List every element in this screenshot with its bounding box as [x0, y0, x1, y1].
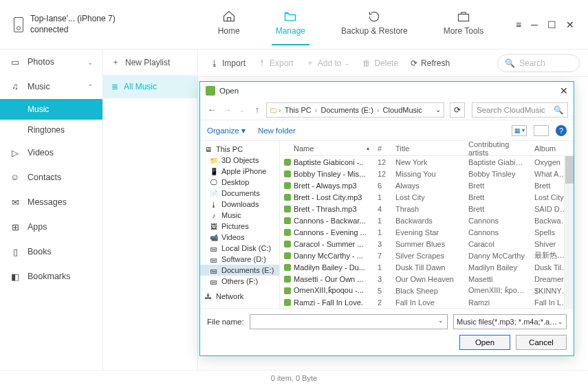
- nav-history-icon[interactable]: ⌄: [236, 107, 248, 113]
- backup-icon: [366, 10, 382, 23]
- tree-item[interactable]: 📁3D Objects: [200, 155, 279, 166]
- tree-item[interactable]: 🖵Desktop: [200, 177, 279, 188]
- music-file-icon: [284, 170, 291, 177]
- photo-icon: ▭: [10, 56, 21, 67]
- col-album[interactable]: Album: [530, 144, 574, 153]
- file-row[interactable]: Brett - Thrash.mp34ThrashBrettSAID DEEP …: [280, 203, 574, 214]
- tree-item[interactable]: 🖴Documents (E:): [200, 265, 279, 276]
- refresh-icon: ⟳: [411, 58, 417, 68]
- sidebar-sub-music[interactable]: Music: [0, 99, 102, 120]
- new-folder-button[interactable]: New folder: [258, 126, 296, 135]
- file-row[interactable]: Brett - Lost City.mp31Lost CityBrettLost…: [280, 191, 574, 203]
- scrollbar-thumb[interactable]: [565, 156, 574, 184]
- maximize-icon[interactable]: ☐: [547, 19, 556, 30]
- dialog-search-input[interactable]: Search CloudMusic 🔍: [472, 102, 568, 118]
- music-file-icon: [284, 159, 291, 166]
- refresh-button[interactable]: ⟳Refresh: [406, 56, 454, 71]
- sidebar-item-music[interactable]: ♫Music⌃: [0, 74, 102, 99]
- new-playlist-button[interactable]: ＋New Playlist: [103, 50, 197, 75]
- file-row[interactable]: Brett - Always.mp36AlwaysBrettBrett: [280, 179, 574, 191]
- cancel-button[interactable]: Cancel: [516, 335, 567, 350]
- music-file-icon: [284, 276, 291, 283]
- net-icon: 🖧: [204, 292, 213, 300]
- chevron-down-icon: ⌄: [87, 58, 93, 66]
- addto-button[interactable]: ＋Add to⌄: [302, 54, 355, 72]
- import-icon: ⭳: [210, 58, 219, 68]
- tree-item[interactable]: 🖴Others (F:): [200, 276, 279, 287]
- tab-backup[interactable]: Backup & Restore: [337, 4, 412, 45]
- delete-button[interactable]: 🗑Delete: [358, 56, 402, 71]
- file-row[interactable]: Baptiste Giabiconi -..12New YorkBaptiste…: [280, 156, 574, 168]
- file-row[interactable]: Masetti - Our Own ...3Our Own HeavenMase…: [280, 273, 574, 285]
- search-input[interactable]: 🔍Search: [497, 54, 580, 72]
- folder-tree: 🖥This PC📁3D Objects📱Apple iPhone🖵Desktop…: [200, 141, 280, 308]
- tree-item[interactable]: ♪Music: [200, 210, 279, 221]
- sidebar-item-messages[interactable]: ✉Messages: [0, 190, 102, 214]
- tree-item[interactable]: 🖼Pictures: [200, 221, 279, 232]
- nav-up-icon[interactable]: ↑: [251, 104, 263, 115]
- sidebar-sub-ringtones[interactable]: Ringtones: [0, 120, 102, 140]
- tree-item[interactable]: 📹Videos: [200, 232, 279, 243]
- file-row[interactable]: Bobby Tinsley - Mis...12Missing YouBobby…: [280, 168, 574, 179]
- address-refresh-icon[interactable]: ⟳: [450, 102, 465, 118]
- menu-icon[interactable]: ≡: [516, 19, 521, 30]
- tree-item[interactable]: 🖥This PC: [200, 144, 279, 155]
- tab-home[interactable]: Home: [214, 4, 244, 45]
- toolbar: ⭳Import ⭱Export ＋Add to⌄ 🗑Delete ⟳Refres…: [198, 50, 588, 77]
- close-icon[interactable]: ✕: [566, 19, 574, 30]
- sidebar-item-bookmarks[interactable]: ◧Bookmarks: [0, 264, 102, 289]
- dialog-close-icon[interactable]: ✕: [560, 85, 568, 96]
- organize-button[interactable]: Organize ▾: [207, 126, 246, 135]
- tree-item[interactable]: 🖧Network: [200, 291, 279, 302]
- file-row[interactable]: Cannons - Evening ...1Evening StarCannon…: [280, 226, 574, 238]
- plus-icon: ＋: [306, 57, 314, 69]
- help-icon[interactable]: ?: [556, 125, 567, 136]
- col-artist[interactable]: Contributing artists: [464, 141, 530, 157]
- home-icon: [221, 10, 237, 23]
- file-list: Name▴ # Title Contributing artists Album…: [280, 141, 574, 308]
- view-mode-button[interactable]: ▦▾: [512, 125, 527, 136]
- file-row[interactable]: Ramzi - Fall In Love.2Fall In LoveRamziF…: [280, 296, 574, 308]
- sort-asc-icon: ▴: [367, 145, 369, 151]
- file-row[interactable]: Cannons - Backwar...1BackwardsCannonsBac…: [280, 214, 574, 226]
- tree-item[interactable]: 📄Documents: [200, 188, 279, 199]
- file-row[interactable]: OmenXIII,ƙpoqou -...5Black SheepOmenXIII…: [280, 285, 574, 296]
- folder-icon: [282, 10, 298, 23]
- sidebar-item-photos[interactable]: ▭Photos⌄: [0, 50, 102, 74]
- file-row[interactable]: Caracol - Summer ...3Summer BluesCaracol…: [280, 238, 574, 250]
- preview-pane-button[interactable]: [534, 125, 549, 136]
- chevron-down-icon[interactable]: ⌄: [438, 317, 444, 324]
- sidebar-item-contacts[interactable]: ☺Contacts: [0, 165, 102, 190]
- open-button[interactable]: Open: [459, 335, 510, 350]
- music-file-icon: [284, 182, 291, 189]
- video-icon: 📹: [210, 233, 218, 241]
- filename-input[interactable]: [250, 314, 448, 329]
- all-music-item[interactable]: ≣All Music: [103, 75, 197, 98]
- export-button[interactable]: ⭱Export: [254, 56, 298, 71]
- scrollbar[interactable]: [564, 156, 574, 308]
- address-bar[interactable]: 🗀 › This PC› Documents (E:)› CloudMusic …: [266, 102, 444, 118]
- tab-manage[interactable]: Manage: [272, 4, 309, 45]
- col-track[interactable]: #: [373, 144, 391, 153]
- nav-forward-icon[interactable]: →: [221, 104, 233, 115]
- nav-back-icon[interactable]: ←: [206, 104, 218, 115]
- sidebar-item-videos[interactable]: ▷Videos: [0, 140, 102, 165]
- file-row[interactable]: Madilyn Bailey - Du...1Dusk Till DawnMad…: [280, 261, 574, 273]
- tree-item[interactable]: ⭳Downloads: [200, 199, 279, 210]
- minimize-icon[interactable]: ─: [531, 19, 538, 30]
- search-icon: 🔍: [505, 58, 515, 68]
- chevron-down-icon[interactable]: ⌄: [435, 106, 441, 113]
- sidebar-item-books[interactable]: ▯Books: [0, 239, 102, 264]
- import-button[interactable]: ⭳Import: [206, 56, 250, 71]
- tree-item[interactable]: 🖴Software (D:): [200, 254, 279, 265]
- col-title[interactable]: Title: [391, 144, 464, 153]
- col-name[interactable]: Name▴: [280, 144, 373, 153]
- file-row[interactable]: Danny McCarthy - ...7Silver ScrapesDanny…: [280, 250, 574, 261]
- music-icon: ♪: [210, 211, 218, 219]
- disk-icon: 🖴: [210, 266, 218, 274]
- tab-more[interactable]: More Tools: [439, 4, 488, 45]
- file-filter-select[interactable]: Music files(*.mp3; *.m4a;*.aac;*⌄: [453, 314, 567, 329]
- sidebar-item-apps[interactable]: ⊞Apps: [0, 214, 102, 239]
- tree-item[interactable]: 📱Apple iPhone: [200, 166, 279, 177]
- tree-item[interactable]: 🖴Local Disk (C:): [200, 243, 279, 254]
